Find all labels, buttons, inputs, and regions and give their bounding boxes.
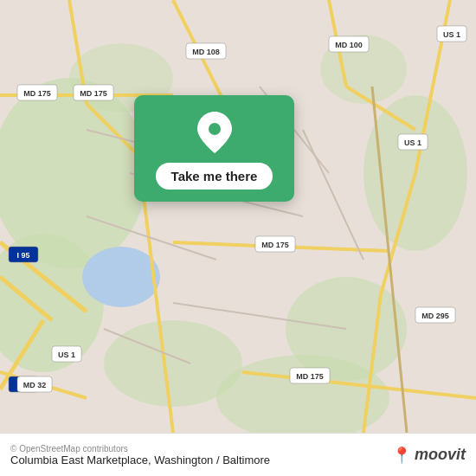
map-container: MD 175 MD 108 MD 100 US 1 US 1 I 95 I 95… (0, 0, 476, 433)
svg-text:MD 175: MD 175 (296, 372, 324, 381)
svg-text:US 1: US 1 (404, 138, 421, 147)
svg-text:MD 175: MD 175 (80, 89, 107, 98)
svg-text:US 1: US 1 (443, 30, 460, 39)
map-svg: MD 175 MD 108 MD 100 US 1 US 1 I 95 I 95… (0, 0, 476, 433)
location-name: Columbia East Marketplace, Washington / … (10, 453, 270, 466)
bottom-left: © OpenStreetMap contributors Columbia Ea… (10, 444, 270, 466)
moovit-text: moovit (415, 446, 466, 464)
svg-text:MD 100: MD 100 (335, 41, 363, 49)
copyright-text: © OpenStreetMap contributors (10, 444, 270, 453)
moovit-logo[interactable]: 📍 moovit (392, 446, 466, 465)
moovit-pin-icon: 📍 (392, 446, 411, 465)
bottom-bar: © OpenStreetMap contributors Columbia Ea… (0, 433, 476, 476)
svg-point-9 (82, 247, 160, 307)
location-card: Take me there (134, 95, 294, 202)
svg-text:MD 32: MD 32 (23, 381, 47, 389)
svg-text:I 95: I 95 (16, 251, 29, 260)
svg-text:MD 175: MD 175 (261, 241, 289, 249)
location-pin-icon (197, 112, 232, 153)
svg-text:MD 295: MD 295 (421, 312, 449, 320)
svg-text:MD 175: MD 175 (23, 89, 51, 98)
svg-point-61 (209, 123, 221, 135)
svg-text:MD 108: MD 108 (192, 48, 220, 56)
take-me-there-button[interactable]: Take me there (156, 163, 273, 190)
svg-text:US 1: US 1 (58, 351, 75, 359)
pin-icon-wrapper (193, 111, 236, 154)
